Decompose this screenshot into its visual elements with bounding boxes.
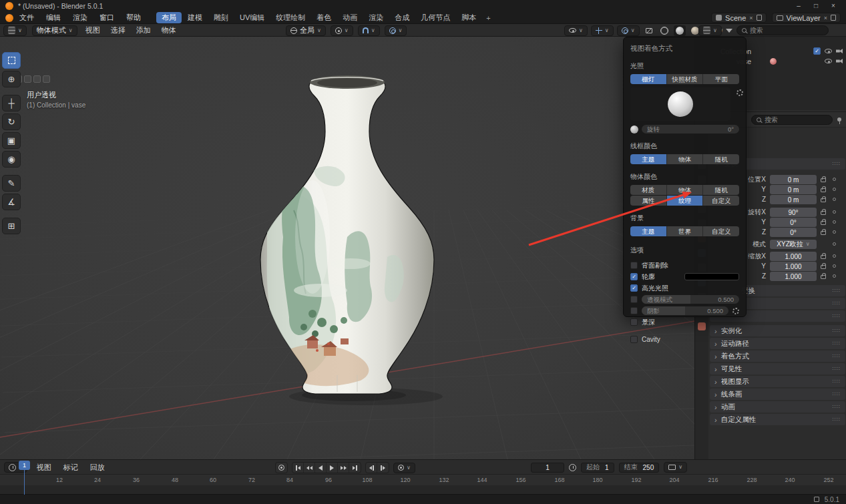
animate-dot-icon[interactable]: [833, 274, 836, 278]
bg-theme-button[interactable]: 主题: [630, 226, 667, 236]
animate-dot-icon[interactable]: [833, 220, 836, 224]
use-preview-range-icon[interactable]: [569, 464, 576, 471]
workspace-tab-modeling[interactable]: 建模: [182, 12, 208, 23]
section-viewport-display[interactable]: › 视图显示 ∷∷: [710, 376, 845, 387]
workspace-tab-compositing[interactable]: 合成: [389, 12, 415, 23]
maximize-icon[interactable]: □: [809, 1, 823, 11]
pin-icon[interactable]: [837, 117, 841, 121]
scale-tool[interactable]: ▣: [2, 132, 21, 149]
current-frame-field[interactable]: 1: [531, 463, 564, 473]
animate-dot-icon[interactable]: [833, 242, 836, 246]
shadow-checkbox[interactable]: [630, 307, 638, 314]
object-type-visibility-dropdown[interactable]: ∨: [564, 25, 588, 36]
scene-selector[interactable]: Scene ×: [711, 13, 766, 23]
menu-object[interactable]: 物体: [159, 25, 179, 35]
outliner-search-input[interactable]: [750, 27, 823, 34]
hide-eye-icon[interactable]: [825, 59, 832, 63]
menu-view[interactable]: 视图: [83, 25, 103, 35]
wire-random-button[interactable]: 随机: [703, 154, 739, 164]
panel-drag-icon[interactable]: ∷∷: [833, 300, 841, 306]
add-cube-tool[interactable]: ⊞: [2, 218, 21, 234]
lock-icon[interactable]: [821, 231, 826, 235]
animate-dot-icon[interactable]: [833, 188, 836, 191]
workspace-tab-scripting[interactable]: 脚本: [456, 12, 481, 23]
shadow-slider[interactable]: 阴影 0.500: [642, 306, 728, 315]
workspace-tab-uv[interactable]: UV编辑: [234, 12, 270, 23]
wire-object-button[interactable]: 物体: [667, 154, 704, 164]
viewlayer-selector[interactable]: ViewLayer ×: [772, 13, 841, 23]
cavity-checkbox[interactable]: [630, 336, 638, 343]
next-frame-button[interactable]: [377, 463, 389, 473]
panel-drag-icon[interactable]: ∷∷: [833, 161, 841, 167]
color-attribute-button[interactable]: 属性: [630, 196, 667, 206]
new-viewlayer-icon[interactable]: [831, 15, 836, 21]
play-reverse-button[interactable]: [315, 463, 327, 473]
panel-drag-icon[interactable]: ∷∷: [833, 288, 841, 294]
prev-frame-button[interactable]: [366, 463, 377, 473]
viewlayer-remove-icon[interactable]: ×: [824, 15, 827, 21]
outliner-search[interactable]: [736, 25, 829, 35]
outliner-display-mode-dropdown[interactable]: ∨: [698, 25, 722, 36]
location-y-field[interactable]: 0 m: [770, 185, 817, 194]
gizmos-toggle[interactable]: ∨: [591, 25, 614, 36]
blender-menu-icon[interactable]: [5, 14, 13, 22]
workspace-tab-rendering[interactable]: 渲染: [363, 12, 389, 23]
lock-icon[interactable]: [821, 211, 826, 215]
shadow-options-gear-icon[interactable]: [732, 308, 739, 314]
menu-select[interactable]: 选择: [108, 25, 128, 35]
workspace-tab-sculpting[interactable]: 雕刻: [208, 12, 234, 23]
collection-toggle-icon[interactable]: [33, 75, 41, 83]
snapping-dropdown[interactable]: ∨: [358, 25, 380, 36]
transform-tool[interactable]: ◉: [2, 151, 21, 168]
color-random-button[interactable]: 随机: [703, 185, 739, 195]
collection-toggle-icon[interactable]: [43, 75, 50, 83]
section-line-art[interactable]: › 线条画 ∷∷: [710, 389, 845, 400]
scale-x-field[interactable]: 1.000: [770, 252, 817, 261]
workspace-tab-animation[interactable]: 动画: [337, 12, 363, 23]
panel-drag-icon[interactable]: ∷∷: [833, 417, 841, 423]
pivot-point-dropdown[interactable]: ∨: [331, 25, 353, 36]
collection-toggle-icon[interactable]: [24, 75, 31, 83]
scale-y-field[interactable]: 1.000: [770, 262, 817, 271]
playhead-marker[interactable]: 1: [19, 461, 30, 470]
location-z-field[interactable]: 0 m: [770, 195, 817, 204]
workspace-tab-texture-paint[interactable]: 纹理绘制: [270, 12, 310, 23]
animate-dot-icon[interactable]: [833, 178, 836, 181]
measure-tool[interactable]: ∡: [2, 194, 21, 210]
animate-dot-icon[interactable]: [833, 264, 836, 268]
dof-checkbox[interactable]: [630, 318, 638, 326]
mode-dropdown[interactable]: 物体模式 ∨: [32, 25, 77, 36]
lock-icon[interactable]: [821, 255, 826, 259]
panel-drag-icon[interactable]: ∷∷: [833, 313, 841, 319]
lock-icon[interactable]: [821, 221, 826, 225]
color-custom-button[interactable]: 自定义: [703, 196, 739, 206]
rotation-slider[interactable]: 旋转 0°: [642, 125, 739, 134]
properties-search[interactable]: [751, 115, 833, 125]
timeline-menu-marker[interactable]: 标记: [61, 463, 81, 473]
studiolight-preview[interactable]: [630, 87, 730, 121]
timeline-track-area[interactable]: [0, 485, 846, 495]
lock-icon[interactable]: [821, 178, 826, 182]
bg-world-button[interactable]: 世界: [667, 226, 704, 236]
animate-dot-icon[interactable]: [833, 230, 836, 234]
auto-keying-toggle[interactable]: [276, 463, 287, 473]
filter-icon[interactable]: [726, 29, 732, 33]
outline-checkbox[interactable]: ✓: [630, 273, 638, 280]
workspace-tab-geometry-nodes[interactable]: 几何节点: [415, 12, 455, 23]
specular-checkbox[interactable]: ✓: [630, 284, 638, 292]
viewport-3d[interactable]: 用户透视 (1) Collection | vase: [0, 37, 694, 459]
render-camera-icon[interactable]: [836, 59, 843, 63]
shading-solid-button[interactable]: [674, 25, 686, 36]
animate-dot-icon[interactable]: [833, 210, 836, 214]
panel-drag-icon[interactable]: ∷∷: [833, 353, 841, 359]
jump-to-start-button[interactable]: [292, 463, 304, 473]
studiolight-ball-icon[interactable]: [630, 125, 638, 134]
panel-drag-icon[interactable]: ∷∷: [833, 366, 841, 372]
wire-theme-button[interactable]: 主题: [630, 154, 667, 164]
menu-window[interactable]: 窗口: [93, 13, 120, 23]
minimize-icon[interactable]: –: [791, 1, 806, 11]
rotation-mode-dropdown[interactable]: XYZ欧拉 ∨: [770, 240, 817, 249]
xray-toggle[interactable]: [643, 25, 655, 36]
workspace-tab-layout[interactable]: 布局: [156, 12, 182, 23]
transform-orientation-dropdown[interactable]: 全局 ∨: [286, 25, 326, 36]
